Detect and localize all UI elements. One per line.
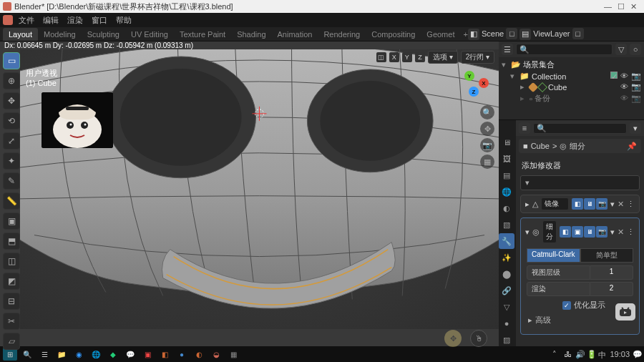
menu-render[interactable]: 渲染 <box>64 15 86 26</box>
blender-icon[interactable] <box>3 15 13 25</box>
tray-up-icon[interactable]: ˄ <box>552 350 561 358</box>
task-app4[interactable]: ● <box>175 348 189 361</box>
tool-add-cube[interactable]: ▣ <box>3 212 20 230</box>
viewlayer-field[interactable]: ViewLayer <box>533 29 570 38</box>
minimize-button[interactable]: — <box>604 2 612 11</box>
perspective-button[interactable]: ▦ <box>480 155 494 169</box>
modifier-name-field[interactable]: 细分 <box>542 220 557 243</box>
task-explorer[interactable]: 📁 <box>54 348 69 361</box>
tool-measure[interactable]: 📏 <box>3 192 20 210</box>
tool-bevel[interactable]: ◩ <box>3 273 20 290</box>
maximize-button[interactable]: ☐ <box>618 2 625 11</box>
tool-inset[interactable]: ◫ <box>3 253 20 270</box>
proptab-constraints[interactable]: 🔗 <box>499 283 514 298</box>
task-app1[interactable]: ◆ <box>106 348 120 361</box>
task-chrome[interactable]: 🌐 <box>89 348 103 361</box>
tab-sculpting[interactable]: Sculpting <box>82 28 125 41</box>
scene-field[interactable]: Scene <box>482 29 504 38</box>
axis-lock-y[interactable]: Y <box>402 52 412 62</box>
tool-polybuild[interactable]: ▱ <box>3 333 20 350</box>
outliner-new-collection[interactable]: ○ <box>630 44 641 55</box>
subdiv-type-catmull[interactable]: Catmull-Clark <box>527 248 580 263</box>
scene-icon[interactable]: ◧ <box>468 29 479 40</box>
add-modifier-dropdown[interactable]: ▾ <box>520 175 640 190</box>
mod-display-render[interactable]: 📷 <box>596 198 608 210</box>
pan-button[interactable]: ✥ <box>480 122 494 136</box>
tray-clock[interactable]: 19:03 <box>610 350 630 358</box>
tab-shading[interactable]: Shading <box>231 28 271 41</box>
proptab-texture[interactable]: ▨ <box>499 332 514 348</box>
tab-uv[interactable]: UV Editing <box>125 28 174 41</box>
proportional-dropdown[interactable]: 选项 ▾ <box>428 51 458 64</box>
outliner-search[interactable]: 🔍 <box>516 44 613 55</box>
tool-transform[interactable]: ✦ <box>3 152 20 170</box>
tool-scale[interactable]: ⤢ <box>3 132 20 150</box>
proptab-viewlayer[interactable]: ▤ <box>499 167 514 183</box>
task-blender[interactable]: ◒ <box>209 348 223 361</box>
task-search[interactable]: 🔍 <box>20 348 34 361</box>
tab-rendering[interactable]: Rendering <box>318 28 366 41</box>
proptab-modifiers[interactable]: 🔧 <box>499 233 514 249</box>
tab-modeling[interactable]: Modeling <box>38 28 82 41</box>
tool-select-box[interactable]: ▭ <box>3 52 20 69</box>
modifier-remove-button[interactable]: ✕ <box>618 228 624 237</box>
tab-geometry[interactable]: Geomet <box>421 28 460 41</box>
task-app3[interactable]: ◧ <box>157 348 172 361</box>
outliner-scene-collection[interactable]: ▾📂场景集合 <box>502 59 641 71</box>
proptab-output[interactable]: 🖼 <box>499 151 514 167</box>
tool-cursor[interactable]: ⊕ <box>3 72 20 89</box>
proptab-render[interactable]: 🖥 <box>499 134 514 150</box>
proptab-physics[interactable]: ⬤ <box>499 266 514 282</box>
axis-lock-x[interactable]: X <box>389 52 399 62</box>
mod-display-editmode[interactable]: ◧ <box>560 226 571 238</box>
mod-display-cage[interactable]: ▣ <box>572 226 583 238</box>
tool-rotate[interactable]: ⟲ <box>3 112 20 129</box>
tool-annotate[interactable]: ✎ <box>3 172 20 190</box>
modifier-collapse-icon[interactable]: ▸ <box>525 200 530 209</box>
tool-move[interactable]: ✥ <box>3 92 20 109</box>
proptab-scene[interactable]: 🌐 <box>499 184 514 200</box>
outliner-item-cube[interactable]: ▸ Cube 👁📷 <box>502 82 641 92</box>
proptab-mesh[interactable]: ▽ <box>499 299 514 315</box>
tray-net-icon[interactable]: 🖧 <box>564 350 572 358</box>
modifier-name-field[interactable]: 镜像 <box>541 197 569 210</box>
render-levels-field[interactable]: 2 <box>590 282 633 296</box>
outliner-item-backup[interactable]: ▸▫备份 👁📷 <box>502 92 641 104</box>
tool-knife[interactable]: ✂ <box>3 313 20 330</box>
props-editor-icon[interactable]: ≡ <box>519 122 530 134</box>
props-breadcrumb[interactable]: ■ Cube > ◎ 细分 📌 <box>519 139 641 153</box>
outliner-filter-button[interactable]: ▽ <box>615 44 627 55</box>
subdiv-type-simple[interactable]: 简单型 <box>580 248 634 263</box>
mod-display-realtime[interactable]: 🖥 <box>584 198 595 210</box>
tool-extrude[interactable]: ⬒ <box>3 233 20 250</box>
task-wechat[interactable]: 💬 <box>123 348 137 361</box>
mod-dropdown[interactable]: ▾ <box>610 228 615 237</box>
proptab-particles[interactable]: ✨ <box>499 250 514 265</box>
task-app6[interactable]: ▦ <box>226 348 240 361</box>
proptab-material[interactable]: ● <box>499 315 514 331</box>
menu-file[interactable]: 文件 <box>16 15 37 26</box>
menu-window[interactable]: 窗口 <box>89 15 110 26</box>
tab-texpaint[interactable]: Texture Paint <box>174 28 231 41</box>
orientation-gizmo[interactable]: X Y Z <box>459 69 487 98</box>
modifier-remove-button[interactable]: ✕ <box>618 200 624 209</box>
outliner-collection[interactable]: ▾📁Collection ✓👁📷 <box>502 71 641 82</box>
tray-notif-icon[interactable]: 💬 <box>633 350 641 358</box>
axis-lock-z[interactable]: Z <box>415 52 425 62</box>
close-button[interactable]: ✕ <box>630 2 637 11</box>
mod-display-realtime[interactable]: 🖥 <box>584 226 595 238</box>
viewlayer-icon[interactable]: ▤ <box>519 29 531 40</box>
shading-dropdown[interactable]: 2行闭 ▾ <box>461 51 494 64</box>
viewlayer-new-button[interactable]: □ <box>572 28 584 39</box>
tab-animation[interactable]: Animation <box>272 28 318 41</box>
modifier-collapse-icon[interactable]: ▾ <box>525 228 530 237</box>
reference-image[interactable] <box>42 92 113 148</box>
tab-compositing[interactable]: Compositing <box>366 28 421 41</box>
outliner-type-icon[interactable]: ☰ <box>502 44 513 55</box>
props-options[interactable]: ▾ <box>630 122 641 134</box>
3d-viewport[interactable]: ◫ X Y Z 选项 ▾ 2行闭 ▾ 用户透视 (1) Cube <box>20 49 499 353</box>
task-browser[interactable]: ◉ <box>72 348 86 361</box>
viewport-levels-field[interactable]: 1 <box>590 265 633 280</box>
proptab-object[interactable]: ▧ <box>499 217 514 233</box>
mod-display-render[interactable]: 📷 <box>596 226 608 238</box>
